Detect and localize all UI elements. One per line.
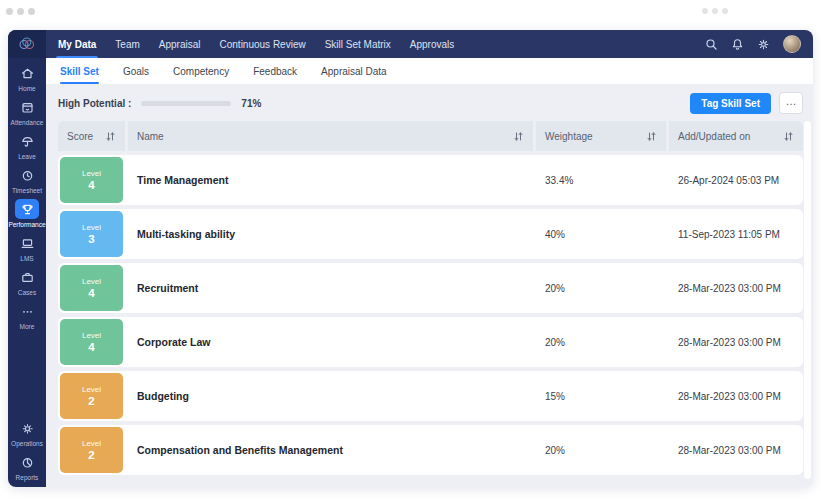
level-label: Level: [82, 385, 101, 394]
bell-icon[interactable]: [731, 38, 744, 51]
score-badge: Level 2: [60, 427, 123, 473]
tag-skill-set-button[interactable]: Tag Skill Set: [690, 93, 771, 114]
content-area: High Potential : 71% Tag Skill Set … Sco…: [46, 85, 813, 487]
column-header-name[interactable]: Name: [128, 121, 533, 151]
gear-icon[interactable]: [757, 38, 770, 51]
high-potential-label: High Potential :: [58, 98, 131, 109]
nav-item-approvals[interactable]: Approvals: [410, 30, 454, 58]
nav-item-appraisal[interactable]: Appraisal: [159, 30, 201, 58]
user-avatar[interactable]: [783, 35, 801, 53]
nav-item-skill-set-matrix[interactable]: Skill Set Matrix: [325, 30, 391, 58]
sidebar-item-lms[interactable]: LMS: [8, 233, 46, 262]
sidebar-item-attendance[interactable]: Attendance: [8, 97, 46, 126]
level-value: 2: [88, 395, 94, 407]
window-control-dot[interactable]: [722, 8, 728, 14]
sidebar-item-leave[interactable]: Leave: [8, 131, 46, 160]
tab-appraisal-data[interactable]: Appraisal Data: [321, 58, 387, 84]
table-header: Score Name Weightage Add/Updated on: [58, 121, 803, 151]
window-control-dot[interactable]: [17, 8, 24, 15]
window-control-dot[interactable]: [28, 8, 35, 15]
sidebar-item-label: Timesheet: [12, 187, 42, 194]
column-header-updated[interactable]: Add/Updated on: [669, 121, 803, 151]
window-control-dot[interactable]: [712, 8, 718, 14]
table-row[interactable]: Level 4 Time Management 33.4% 26-Apr-202…: [58, 155, 803, 205]
sidebar: Home Attendance Leave Timesheet Performa: [8, 30, 46, 487]
tab-feedback[interactable]: Feedback: [253, 58, 297, 84]
toolbar: High Potential : 71% Tag Skill Set …: [58, 91, 803, 115]
score-badge: Level 4: [60, 319, 123, 365]
pie-chart-icon: [15, 452, 39, 472]
score-badge: Level 4: [60, 157, 123, 203]
skill-weightage: 40%: [536, 229, 666, 240]
sidebar-item-cases[interactable]: Cases: [8, 267, 46, 296]
laptop-icon: [15, 233, 39, 253]
nav-item-my-data[interactable]: My Data: [58, 30, 96, 58]
sort-icon: [646, 131, 657, 142]
column-label: Score: [67, 131, 93, 142]
level-label: Level: [82, 169, 101, 178]
tab-skill-set[interactable]: Skill Set: [60, 58, 99, 84]
high-potential-percent: 71%: [241, 98, 261, 109]
table-row[interactable]: Level 4 Corporate Law 20% 28-Mar-2023 03…: [58, 317, 803, 367]
tab-competency[interactable]: Competency: [173, 58, 229, 84]
tab-goals[interactable]: Goals: [123, 58, 149, 84]
home-icon: [15, 63, 39, 83]
sort-icon: [105, 131, 116, 142]
level-value: 4: [88, 341, 94, 353]
column-header-score[interactable]: Score: [58, 121, 125, 151]
window-controls-right: [702, 8, 728, 14]
gear-icon: [15, 418, 39, 438]
window-control-dot[interactable]: [6, 8, 13, 15]
sidebar-item-performance[interactable]: Performance: [8, 199, 46, 228]
table-row[interactable]: Level 3 Multi-tasking ability 40% 11-Sep…: [58, 209, 803, 259]
table-row[interactable]: Level 2 Budgeting 15% 28-Mar-2023 03:00 …: [58, 371, 803, 421]
sidebar-item-label: Attendance: [11, 119, 44, 126]
skill-weightage: 20%: [536, 445, 666, 456]
level-value: 4: [88, 179, 94, 191]
skill-updated: 28-Mar-2023 03:00 PM: [669, 283, 803, 294]
sidebar-item-home[interactable]: Home: [8, 63, 46, 92]
skill-updated: 26-Apr-2024 05:03 PM: [669, 175, 803, 186]
ellipsis-icon: [15, 301, 39, 321]
navbar-icons: [705, 35, 801, 53]
column-label: Name: [137, 131, 164, 142]
skill-weightage: 20%: [536, 283, 666, 294]
table-row[interactable]: Level 4 Recruitment 20% 28-Mar-2023 03:0…: [58, 263, 803, 313]
column-header-weightage[interactable]: Weightage: [536, 121, 666, 151]
sidebar-item-reports[interactable]: Reports: [8, 452, 46, 481]
table-row[interactable]: Level 2 Compensation and Benefits Manage…: [58, 425, 803, 475]
toolbar-actions: Tag Skill Set …: [690, 92, 803, 114]
score-badge: Level 3: [60, 211, 123, 257]
app-logo[interactable]: [8, 30, 46, 58]
skill-updated: 28-Mar-2023 03:00 PM: [669, 337, 803, 348]
app-logo-icon: [18, 37, 36, 51]
clock-icon: [15, 165, 39, 185]
window-control-dot[interactable]: [702, 8, 708, 14]
column-label: Add/Updated on: [678, 131, 750, 142]
search-icon[interactable]: [705, 38, 718, 51]
level-label: Level: [82, 223, 101, 232]
skill-name: Corporate Law: [128, 336, 533, 348]
sidebar-item-operations[interactable]: Operations: [8, 418, 46, 447]
high-potential-progress-bar: [141, 101, 231, 106]
skill-weightage: 15%: [536, 391, 666, 402]
skill-weightage: 33.4%: [536, 175, 666, 186]
calendar-icon: [15, 97, 39, 117]
skill-name: Budgeting: [128, 390, 533, 402]
score-badge: Level 2: [60, 373, 123, 419]
scrollbar-track[interactable]: [804, 121, 811, 479]
nav-item-team[interactable]: Team: [115, 30, 139, 58]
sidebar-item-label: Cases: [18, 289, 36, 296]
column-label: Weightage: [545, 131, 593, 142]
sidebar-item-more[interactable]: More: [8, 301, 46, 330]
nav-item-continuous-review[interactable]: Continuous Review: [220, 30, 306, 58]
sidebar-item-label: Home: [18, 85, 35, 92]
tab-bar: Skill Set Goals Competency Feedback Appr…: [46, 58, 813, 85]
sidebar-item-timesheet[interactable]: Timesheet: [8, 165, 46, 194]
score-badge: Level 4: [60, 265, 123, 311]
skill-name: Time Management: [128, 174, 533, 186]
sidebar-item-label: Leave: [18, 153, 36, 160]
main-area: My Data Team Appraisal Continuous Review…: [46, 30, 813, 487]
more-options-button[interactable]: …: [779, 92, 803, 114]
level-label: Level: [82, 331, 101, 340]
